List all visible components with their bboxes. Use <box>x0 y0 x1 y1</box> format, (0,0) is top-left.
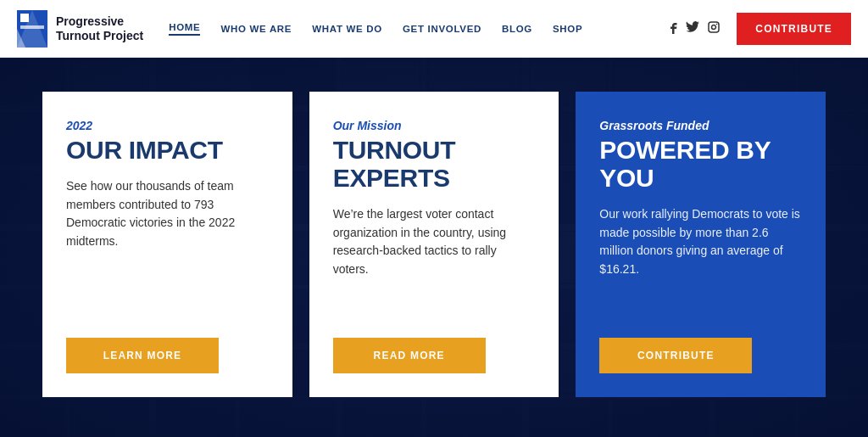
mission-card: Our Mission TURNOUT EXPERTS We’re the la… <box>309 92 559 397</box>
contribute-button[interactable]: CONTRIBUTE <box>737 13 851 45</box>
facebook-icon[interactable] <box>669 20 677 36</box>
nav-shop[interactable]: SHOP <box>553 24 582 34</box>
nav-blog[interactable]: BLOG <box>502 24 532 34</box>
mission-title: TURNOUT EXPERTS <box>333 136 536 192</box>
nav-who[interactable]: WHO WE ARE <box>220 24 292 34</box>
logo[interactable]: Progressive Turnout Project <box>17 10 143 48</box>
impact-eyebrow: 2022 <box>66 119 269 132</box>
instagram-icon[interactable] <box>708 21 720 36</box>
impact-card: 2022 OUR IMPACT See how our thousands of… <box>42 92 292 397</box>
mission-read-more-button[interactable]: READ MORE <box>333 338 486 373</box>
site-header: Progressive Turnout Project HOME WHO WE … <box>0 0 868 58</box>
impact-title: OUR IMPACT <box>66 136 269 164</box>
grassroots-eyebrow: Grassroots Funded <box>599 119 802 132</box>
social-links <box>669 20 720 36</box>
grassroots-body: Our work rallying Democrats to vote is m… <box>599 205 802 317</box>
impact-body: See how our thousands of team members co… <box>66 177 269 317</box>
nav-home[interactable]: HOME <box>169 22 200 36</box>
svg-rect-5 <box>709 22 719 32</box>
nav-involved[interactable]: GET INVOLVED <box>403 24 481 34</box>
svg-rect-3 <box>20 25 44 29</box>
grassroots-contribute-button[interactable]: CONTRIBUTE <box>599 338 752 373</box>
mission-body: We’re the largest voter contact organiza… <box>333 205 536 317</box>
impact-learn-more-button[interactable]: LEARN MORE <box>66 338 219 373</box>
nav-what[interactable]: WHAT WE DO <box>312 24 382 34</box>
logo-icon <box>17 10 47 48</box>
hero-section: 2022 OUR IMPACT See how our thousands of… <box>0 58 868 437</box>
logo-text: Progressive Turnout Project <box>56 14 143 43</box>
grassroots-title: POWERED BY YOU <box>599 136 802 192</box>
svg-rect-2 <box>20 14 29 22</box>
cards-container: 2022 OUR IMPACT See how our thousands of… <box>0 58 868 437</box>
twitter-icon[interactable] <box>686 21 699 36</box>
grassroots-card: Grassroots Funded POWERED BY YOU Our wor… <box>576 92 826 397</box>
svg-point-7 <box>716 24 718 25</box>
main-nav: HOME WHO WE ARE WHAT WE DO GET INVOLVED … <box>169 22 660 36</box>
mission-eyebrow: Our Mission <box>333 119 536 132</box>
svg-point-6 <box>712 25 716 30</box>
